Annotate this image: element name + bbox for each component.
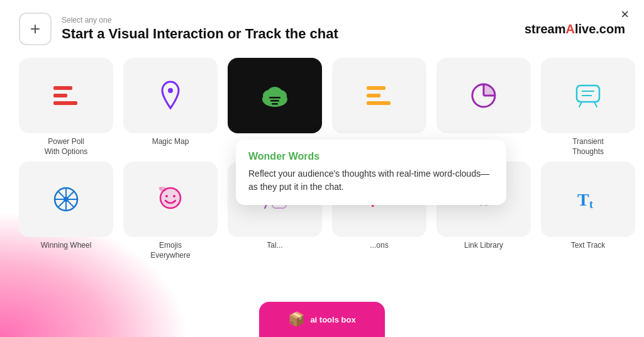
card-label-link-library: Link Library [464,241,503,251]
pie-chart-icon [470,82,497,109]
svg-rect-12 [367,94,380,97]
winning-wheel-icon [52,185,80,213]
text-track-icon: T t [574,185,602,213]
card-label-emojis: EmojisEverywhere [150,241,190,260]
card-power-poll[interactable] [19,58,113,133]
svg-rect-17 [577,86,599,102]
plus-icon: + [30,19,40,39]
svg-text:T: T [577,190,589,209]
svg-line-26 [58,191,66,199]
tooltip-description: Reflect your audience's thoughts with re… [248,167,494,194]
svg-rect-11 [367,86,386,90]
card-text-track[interactable]: T t [541,162,635,237]
card-label-power-poll: Power PollWith Options [45,137,88,157]
transient-thoughts-icon [574,82,602,109]
header: + Select any one Start a Visual Interact… [0,0,644,52]
card-label-magic-map: Magic Map [152,137,189,147]
card-magic-map[interactable] [123,58,218,133]
svg-point-33 [173,195,175,197]
brand-a: A [566,22,575,36]
card-wrapper-transient-thoughts: TransientThoughts [541,58,635,157]
card-winning-streaks[interactable] [332,58,426,133]
power-poll-icon [50,83,82,108]
ai-tools-bar[interactable]: 📦 ai tools box [259,302,385,337]
brand: streamAlive.com [525,22,625,36]
card-wrapper-text-track: T t Text Track [541,162,635,260]
ai-tools-label: ai tools box [310,315,355,324]
ai-tools-icon: 📦 [288,311,305,328]
svg-rect-0 [53,86,72,90]
svg-rect-13 [367,101,391,105]
card-wonder-words[interactable] [228,58,322,133]
card-label-winning-wheel: Winning Wheel [41,241,92,251]
svg-rect-1 [53,94,67,97]
card-winning-wheel[interactable] [19,162,113,237]
svg-rect-2 [53,101,77,105]
card-label-ask: ...ons [370,241,388,251]
magic-map-icon [158,80,183,111]
svg-line-29 [58,199,66,207]
svg-point-3 [168,88,173,93]
card-wrapper-power-poll: Power PollWith Options [19,58,113,157]
card-transient-thoughts[interactable] [541,58,635,133]
header-text: Select any one Start a Visual Interactio… [62,16,525,42]
emojis-icon [157,184,184,214]
svg-rect-8 [269,97,280,99]
svg-rect-10 [272,103,278,105]
card-label-text-track: Text Track [571,241,606,251]
card-emojis[interactable] [123,162,218,237]
winning-streaks-icon [364,83,395,108]
card-wrapper-winning-wheel: Winning Wheel [19,162,113,260]
svg-point-35 [158,187,162,189]
header-title: Start a Visual Interaction or Track the … [62,26,525,42]
header-subtitle: Select any one [62,16,525,25]
main-content: Power PollWith Options Magic Map [0,52,644,272]
wonder-words-icon [258,82,292,109]
card-label-talk: Tal... [267,241,282,251]
card-label-transient-thoughts: TransientThoughts [572,137,604,157]
card-pie-chart[interactable] [436,58,531,133]
add-button[interactable]: + [19,13,52,45]
svg-point-32 [165,195,168,197]
tooltip-title: Wonder Words [248,151,494,162]
brand-live: live.com [575,22,625,36]
svg-line-28 [66,191,74,199]
svg-line-27 [66,199,74,207]
svg-text:t: t [589,198,593,211]
card-wrapper-emojis: EmojisEverywhere [123,162,218,260]
brand-stream: stream [525,22,566,36]
svg-rect-9 [270,100,279,102]
wonder-words-tooltip: Wonder Words Reflect your audience's tho… [236,140,506,205]
card-wrapper-magic-map: Magic Map [123,58,218,157]
